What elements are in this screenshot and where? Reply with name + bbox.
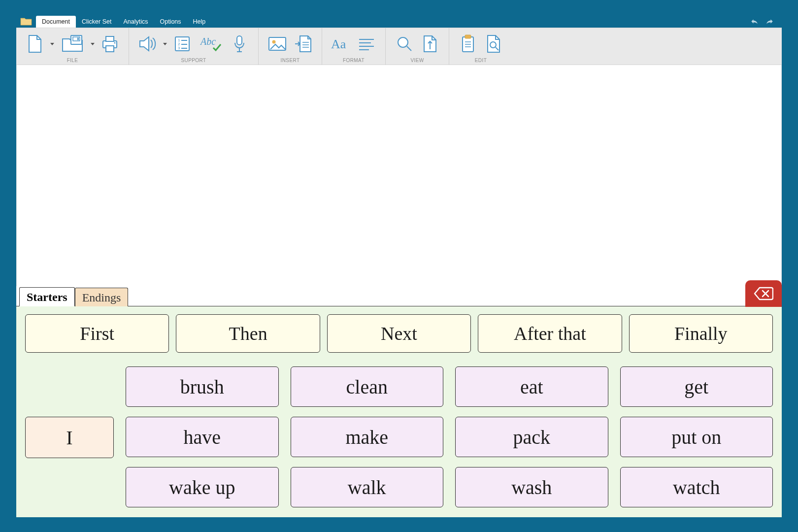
delete-word-button[interactable]	[745, 280, 782, 307]
svg-text:Aa: Aa	[331, 37, 346, 51]
ribbon-group-insert: INSERT	[259, 28, 322, 65]
verb-word-button[interactable]: wake up	[126, 467, 279, 507]
svg-rect-15	[237, 36, 242, 45]
speak-dropdown[interactable]	[162, 32, 168, 56]
starter-word-button[interactable]: Then	[176, 314, 320, 353]
ribbon-label-view: VIEW	[386, 58, 449, 64]
svg-point-6	[114, 42, 116, 44]
verb-word-button[interactable]: have	[126, 417, 279, 457]
font-button[interactable]: Aa	[329, 32, 353, 56]
svg-text:3: 3	[178, 46, 180, 50]
new-document-button[interactable]	[23, 32, 47, 56]
insert-text-button[interactable]	[291, 32, 315, 56]
svg-rect-4	[106, 36, 114, 41]
svg-point-33	[490, 42, 496, 48]
verb-word-button[interactable]: eat	[455, 366, 608, 407]
menu-tab-options[interactable]: Options	[154, 16, 187, 28]
verb-word-button[interactable]: put on	[620, 417, 773, 457]
zoom-button[interactable]	[393, 32, 416, 56]
svg-line-27	[407, 46, 411, 51]
grid-tab-endings[interactable]: Endings	[75, 288, 129, 306]
verb-word-button[interactable]: brush	[126, 366, 279, 407]
svg-point-17	[272, 40, 276, 44]
word-grid-panel: StartersEndings FirstThenNextAfter thatF…	[16, 286, 782, 517]
verb-grid: Ibrushcleaneatgethavemakepackput onwake …	[25, 366, 773, 508]
clipboard-button[interactable]	[456, 32, 480, 56]
verb-word-button[interactable]: clean	[291, 366, 444, 407]
svg-rect-2	[77, 38, 79, 40]
microphone-button[interactable]	[228, 32, 251, 56]
speak-button[interactable]	[136, 32, 160, 56]
new-document-dropdown[interactable]	[49, 32, 56, 56]
insert-picture-button[interactable]	[266, 32, 289, 56]
svg-rect-5	[106, 46, 114, 52]
ribbon-toolbar: FILE 1 2 3	[16, 28, 782, 65]
ribbon-label-edit: EDIT	[449, 58, 512, 64]
menu-bar: DocumentClicker SetAnalyticsOptionsHelp	[16, 15, 782, 28]
ribbon-group-edit: EDIT	[449, 28, 512, 65]
starter-word-button[interactable]: After that	[478, 314, 622, 353]
layout-view-button[interactable]	[418, 32, 442, 56]
verb-word-button[interactable]: watch	[620, 467, 773, 507]
ribbon-group-file: FILE	[16, 28, 129, 65]
grid-tab-starters[interactable]: Starters	[19, 287, 75, 306]
menu-tab-clicker-set[interactable]: Clicker Set	[76, 16, 117, 28]
starter-row: FirstThenNextAfter thatFinally	[25, 314, 773, 353]
menu-tab-analytics[interactable]: Analytics	[117, 16, 154, 28]
undo-icon[interactable]	[749, 18, 760, 28]
save-open-dropdown[interactable]	[89, 32, 96, 56]
svg-point-26	[398, 37, 408, 47]
ribbon-label-file: FILE	[16, 58, 129, 64]
spellcheck-button[interactable]: Abc	[196, 32, 226, 56]
subject-word-button[interactable]: I	[25, 417, 114, 458]
menu-tab-help[interactable]: Help	[187, 16, 212, 28]
starter-word-button[interactable]: Next	[327, 314, 471, 353]
verb-word-button[interactable]: walk	[291, 467, 444, 507]
document-area[interactable]	[16, 65, 782, 286]
ribbon-group-format: Aa FORMAT	[322, 28, 386, 65]
verb-word-button[interactable]: get	[620, 366, 773, 407]
paragraph-button[interactable]	[355, 32, 378, 56]
redo-icon[interactable]	[764, 18, 775, 28]
ribbon-group-support: 1 2 3 Abc	[129, 28, 259, 65]
ribbon-group-view: VIEW	[386, 28, 449, 65]
predictor-button[interactable]: 1 2 3	[170, 32, 194, 56]
starter-word-button[interactable]: Finally	[629, 314, 773, 353]
ribbon-label-support: SUPPORT	[129, 58, 258, 64]
app-folder-icon[interactable]	[16, 15, 36, 28]
ribbon-label-format: FORMAT	[322, 58, 385, 64]
save-open-button[interactable]	[58, 32, 87, 56]
starter-word-button[interactable]: First	[25, 314, 169, 353]
app-window: DocumentClicker SetAnalyticsOptionsHelp	[16, 15, 782, 517]
verb-word-button[interactable]: pack	[455, 417, 608, 457]
svg-rect-29	[465, 35, 471, 38]
verb-word-button[interactable]: make	[291, 417, 444, 457]
print-button[interactable]	[98, 32, 122, 56]
verb-word-button[interactable]: wash	[455, 467, 608, 507]
ribbon-label-insert: INSERT	[259, 58, 322, 64]
menu-tab-document[interactable]: Document	[36, 16, 76, 28]
find-in-doc-button[interactable]	[482, 32, 505, 56]
svg-text:Abc: Abc	[200, 36, 216, 47]
